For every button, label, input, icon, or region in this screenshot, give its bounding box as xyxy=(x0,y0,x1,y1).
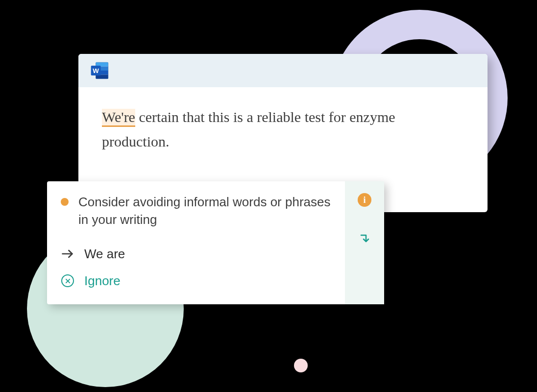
replace-option[interactable]: We are xyxy=(61,241,331,268)
warning-dot-icon xyxy=(61,198,69,206)
suggestion-title: Consider avoiding informal words or phra… xyxy=(78,193,331,229)
ignore-text: Ignore xyxy=(84,273,121,289)
apply-down-icon[interactable] xyxy=(359,245,370,257)
ignore-option[interactable]: Ignore xyxy=(61,268,331,294)
document-header: W xyxy=(78,54,488,87)
suggestion-main: Consider avoiding informal words or phra… xyxy=(47,181,345,304)
document-text-after: certain that this is a reliable test for… xyxy=(102,109,395,149)
decorative-circle-pink xyxy=(294,359,308,372)
svg-text:W: W xyxy=(93,67,99,74)
document-text[interactable]: We're certain that this is a reliable te… xyxy=(102,105,464,153)
word-icon: W xyxy=(90,61,110,80)
close-circle-icon xyxy=(61,274,74,288)
suggestion-card: Consider avoiding informal words or phra… xyxy=(47,181,384,304)
highlighted-word[interactable]: We're xyxy=(102,109,135,127)
replace-text: We are xyxy=(84,246,125,262)
suggestion-header: Consider avoiding informal words or phra… xyxy=(61,193,331,229)
arrow-right-icon xyxy=(61,247,74,261)
suggestion-sidebar: i xyxy=(345,181,384,304)
apply-down-icon-2[interactable] xyxy=(359,262,370,273)
info-icon[interactable]: i xyxy=(358,193,371,207)
